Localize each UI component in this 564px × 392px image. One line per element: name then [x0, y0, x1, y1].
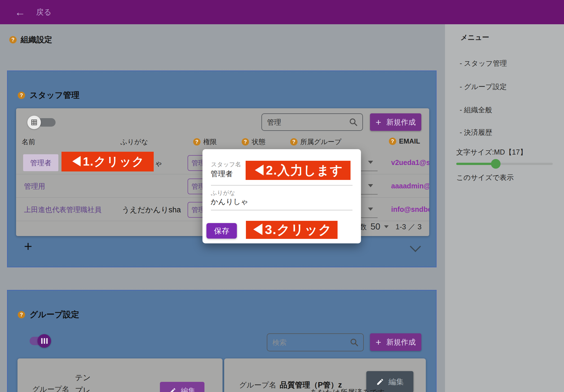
table-view-toggle[interactable] — [27, 116, 58, 129]
caret-down-icon[interactable] — [368, 161, 373, 164]
app-bar: ← 戻る — [0, 0, 564, 24]
staff-name-label: スタッフ名 — [211, 160, 241, 168]
furigana-label: ふりがな — [211, 189, 235, 197]
group-section-title-row: ? グループ設定 — [18, 309, 79, 320]
pagination: 数 50 1-3 ／ 3 — [360, 222, 422, 232]
back-arrow-icon[interactable]: ← — [15, 7, 25, 17]
pencil-icon — [169, 387, 176, 392]
col-header-status: ? 状態 — [242, 137, 265, 146]
annotation-step-1: ◀1.クリック — [61, 152, 154, 171]
staff-row-email[interactable]: aaaadmin@s — [391, 182, 429, 190]
col-header-furigana: ふりがな — [120, 137, 148, 146]
group-card: グループ名 品質管理（P管）z 編集 あなたは所属済みです — [224, 358, 426, 392]
col-header-role-label: 権限 — [203, 137, 217, 146]
font-size-label: 文字サイズ:MD【17】 — [456, 147, 527, 157]
pagination-range: 1-3 ／ 3 — [395, 222, 422, 232]
staff-row-furigana: ゃ — [155, 158, 162, 168]
staff-search-input[interactable] — [266, 118, 349, 127]
help-icon[interactable]: ? — [290, 138, 298, 146]
col-header-group: ? 所属グループ — [290, 137, 342, 146]
input-underline — [211, 185, 352, 186]
staff-row-name[interactable]: 管理者 — [23, 154, 58, 171]
staff-row-email[interactable]: v2ueda1@sn — [391, 158, 429, 167]
group-edit-button[interactable]: 編集 — [160, 382, 204, 392]
slider-fill — [456, 163, 496, 165]
card-view-toggle[interactable] — [30, 334, 61, 348]
group-edit-label: 編集 — [181, 386, 195, 392]
col-header-email: ? EMAIL — [389, 137, 420, 145]
font-size-apply-label: このサイズで表示 — [456, 173, 514, 182]
rows-per-page-value[interactable]: 50 — [371, 222, 380, 232]
col-header-name: 名前 — [22, 137, 35, 146]
staff-create-label: 新規作成 — [386, 117, 416, 127]
col-header-role: ? 権限 — [193, 137, 217, 146]
help-icon[interactable]: ? — [389, 138, 396, 145]
staff-section-title: スタッフ管理 — [30, 90, 80, 101]
group-name-label: グループ名 — [239, 380, 276, 390]
menu-sidebar: メニュー - スタッフ管理 - グループ設定 - 組織全般 - 決済履歴 文字サ… — [445, 24, 564, 392]
staff-row-name[interactable]: 管理用 — [24, 182, 45, 191]
plus-icon: + — [376, 337, 381, 347]
help-icon[interactable]: ? — [9, 36, 17, 43]
annotation-step-2: ◀2.入力します — [246, 161, 351, 180]
sidebar-item-group[interactable]: - グループ設定 — [460, 82, 507, 91]
help-icon[interactable]: ? — [242, 138, 249, 146]
help-icon[interactable]: ? — [18, 92, 25, 99]
staff-create-button[interactable]: + 新規作成 — [370, 113, 421, 131]
slider-thumb[interactable] — [491, 159, 501, 169]
group-section: ? グループ設定 + 新規作成 グループ名 テンプレ 編集 グループ名 品質管理… — [7, 290, 437, 392]
staff-section-title-row: ? スタッフ管理 — [18, 90, 80, 101]
search-icon — [349, 118, 358, 127]
group-create-button[interactable]: + 新規作成 — [370, 333, 421, 351]
caret-down-icon[interactable] — [368, 208, 373, 211]
sidebar-title: メニュー — [461, 33, 489, 42]
col-header-group-label: 所属グループ — [300, 137, 342, 146]
caret-down-icon[interactable] — [368, 184, 373, 187]
group-section-title: グループ設定 — [30, 309, 79, 320]
annotation-step-3: ◀3.クリック — [246, 221, 338, 239]
sidebar-item-organization[interactable]: - 組織全般 — [460, 105, 492, 114]
staff-name-input[interactable]: 管理者 — [211, 169, 233, 179]
group-membership-note: あなたは所属済みです — [310, 387, 385, 392]
group-create-label: 新規作成 — [386, 337, 416, 347]
col-header-status-label: 状態 — [252, 137, 265, 146]
font-size-slider[interactable] — [456, 159, 553, 169]
col-header-email-label: EMAIL — [399, 137, 420, 145]
staff-search-box — [261, 113, 363, 131]
input-underline — [211, 210, 352, 210]
sidebar-item-staff[interactable]: - スタッフ管理 — [460, 59, 507, 68]
columns-icon[interactable] — [38, 334, 51, 348]
group-search-box — [267, 333, 364, 351]
add-row-button[interactable]: + — [24, 239, 32, 253]
plus-icon: + — [376, 117, 381, 127]
group-search-input[interactable] — [272, 338, 350, 347]
caret-down-icon[interactable] — [384, 225, 389, 228]
pencil-icon — [376, 378, 384, 386]
chevron-down-icon[interactable] — [410, 241, 421, 252]
back-button[interactable]: 戻る — [36, 7, 52, 17]
page-title: 組織設定 — [21, 34, 52, 45]
page-title-row: ? 組織設定 — [9, 34, 52, 45]
grid-icon[interactable] — [27, 116, 41, 129]
help-icon[interactable]: ? — [193, 138, 201, 146]
search-icon — [350, 338, 359, 347]
group-name-value: テンプレ — [75, 371, 94, 392]
help-icon[interactable]: ? — [18, 311, 25, 318]
sidebar-item-payment[interactable]: - 決済履歴 — [460, 128, 492, 137]
group-name-label: グループ名 — [32, 384, 69, 392]
group-edit-label: 編集 — [389, 377, 404, 387]
staff-row-furigana: うえだかんりsha — [122, 205, 181, 215]
save-button[interactable]: 保存 — [206, 223, 237, 239]
group-card: グループ名 テンプレ 編集 — [17, 358, 222, 392]
staff-row-name[interactable]: 上田進也代表管理職社員 — [24, 205, 102, 214]
staff-row-email[interactable]: info@sndbox — [391, 205, 429, 213]
furigana-input[interactable]: かんりしゃ — [211, 197, 248, 207]
